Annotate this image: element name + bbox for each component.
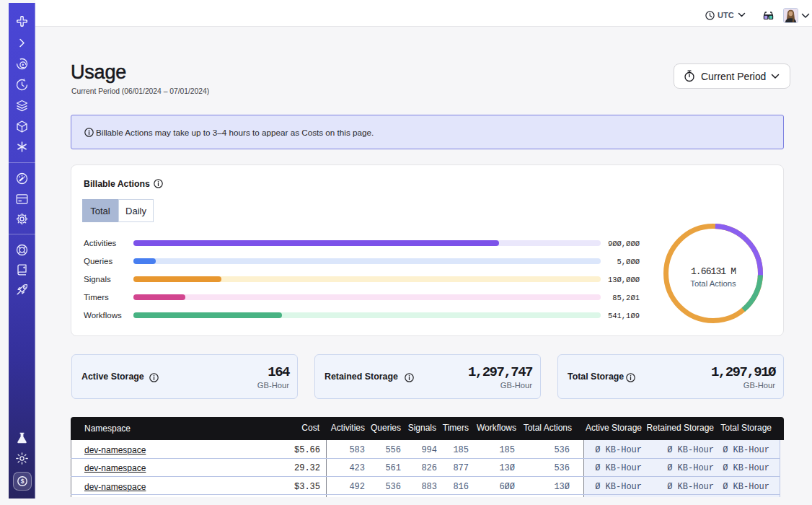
svg-text:$: $ — [21, 478, 25, 485]
